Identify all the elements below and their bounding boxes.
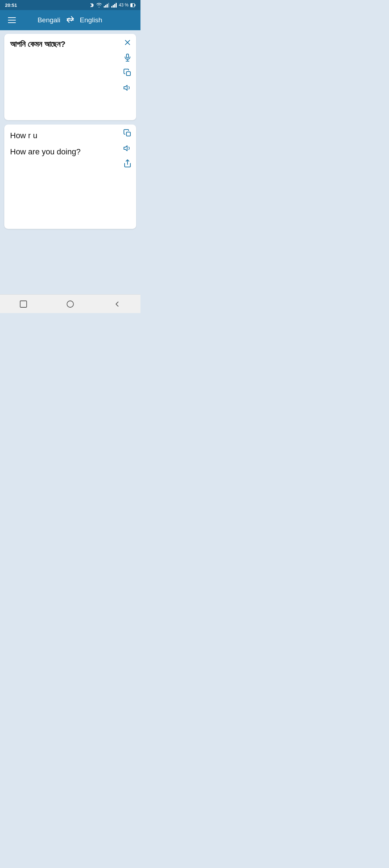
swap-languages-button[interactable]	[66, 16, 75, 25]
svg-rect-0	[104, 6, 105, 8]
svg-rect-7	[116, 3, 117, 8]
battery-level: 43 %	[119, 3, 129, 8]
svg-rect-4	[111, 6, 112, 8]
target-language[interactable]: English	[80, 16, 102, 24]
speak-output-button[interactable]	[123, 144, 132, 153]
output-text-secondary: How are you doing?	[10, 146, 117, 158]
output-text-primary: How r u	[10, 130, 117, 141]
svg-marker-21	[124, 146, 127, 151]
nav-bar	[0, 294, 140, 313]
svg-rect-3	[108, 3, 109, 8]
wifi-icon	[96, 3, 102, 8]
menu-button[interactable]	[6, 16, 17, 24]
input-actions	[123, 38, 132, 92]
status-icons: 43 %	[90, 3, 135, 8]
back-button[interactable]	[106, 297, 129, 311]
svg-rect-9	[135, 4, 135, 6]
svg-rect-15	[126, 54, 129, 58]
output-texts: How r u How are you doing?	[10, 130, 132, 158]
clear-button[interactable]	[123, 38, 132, 47]
copy-input-button[interactable]	[123, 68, 132, 77]
svg-rect-20	[126, 132, 130, 136]
app-bar: Bengali English	[0, 10, 140, 30]
main-content: আপনি কেমন আছেন?	[0, 30, 140, 294]
svg-rect-5	[113, 5, 114, 8]
input-card: আপনি কেমন আছেন?	[4, 34, 136, 120]
svg-rect-23	[20, 301, 27, 307]
language-selector: Bengali English	[37, 16, 102, 25]
output-actions	[123, 129, 132, 168]
copy-output-button[interactable]	[123, 129, 132, 137]
output-card: How r u How are you doing?	[4, 125, 136, 229]
svg-rect-18	[126, 72, 130, 76]
signal-icon-2	[111, 3, 117, 8]
input-text[interactable]: আপনি কেমন আছেন?	[10, 39, 132, 50]
microphone-button[interactable]	[123, 53, 132, 62]
signal-icon	[104, 3, 109, 8]
svg-marker-19	[124, 85, 127, 90]
battery-icon	[130, 3, 135, 8]
svg-rect-1	[105, 5, 106, 8]
recent-apps-button[interactable]	[12, 297, 35, 311]
svg-rect-10	[131, 4, 133, 6]
status-time: 20:51	[5, 3, 17, 8]
home-button[interactable]	[59, 297, 82, 311]
source-language[interactable]: Bengali	[37, 16, 60, 24]
share-output-button[interactable]	[123, 159, 132, 168]
bluetooth-icon	[90, 3, 94, 8]
svg-point-24	[67, 301, 73, 307]
status-bar: 20:51 43 %	[0, 0, 140, 10]
svg-rect-2	[107, 4, 108, 8]
svg-rect-6	[114, 4, 115, 8]
speak-input-button[interactable]	[123, 83, 132, 92]
